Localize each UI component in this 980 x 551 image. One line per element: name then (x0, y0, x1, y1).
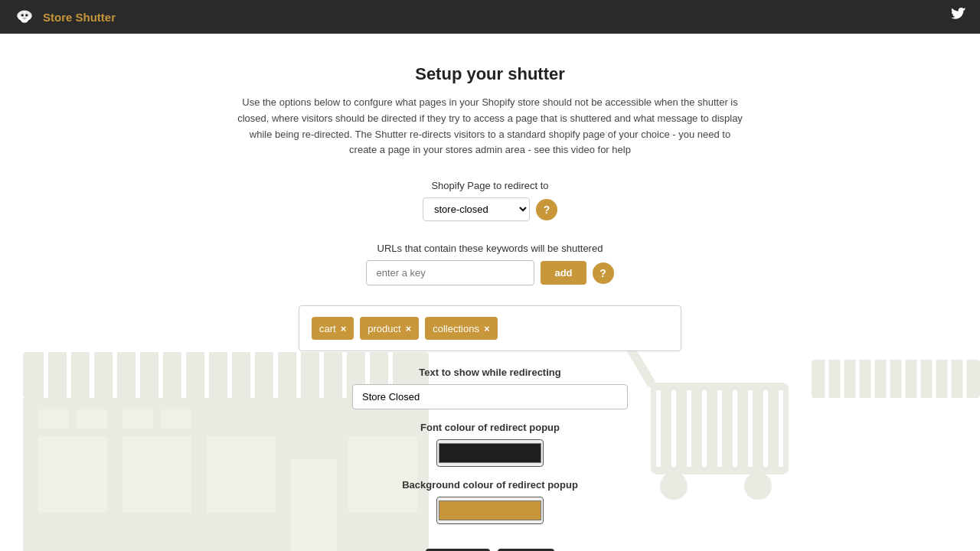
keywords-section: URLs that contain these keywords will be… (299, 243, 681, 293)
redirect-select[interactable]: store-closed home contact (423, 197, 530, 221)
bg-colour-label: Background colour of redirect popup (352, 479, 628, 491)
tag-product-remove[interactable]: × (406, 324, 412, 334)
tag-cart: cart × (312, 317, 354, 340)
redirect-row: store-closed home contact ? (423, 197, 557, 221)
tag-collections: collections × (425, 317, 497, 340)
redirect-text-field: Text to show while redirecting (352, 367, 628, 409)
svg-point-5 (25, 14, 28, 17)
redirect-text-input[interactable] (352, 384, 628, 409)
page-description: Use the options below to confgure what p… (237, 95, 743, 158)
tag-collections-label: collections (433, 323, 479, 334)
font-colour-label: Font colour of redirect popup (352, 422, 628, 433)
bg-colour-field: Background colour of redirect popup (352, 479, 628, 524)
header-left: Store Shutter (14, 6, 116, 28)
app-logo-icon (14, 6, 35, 28)
svg-point-6 (22, 18, 27, 20)
font-colour-field: Font colour of redirect popup (352, 422, 628, 467)
tag-product: product × (360, 317, 419, 340)
svg-point-4 (21, 14, 24, 17)
page-title: Setup your shutter (415, 64, 565, 84)
tags-container: cart × product × collections × (299, 305, 681, 351)
keyword-input[interactable] (366, 260, 534, 285)
main-content: Setup your shutter Use the options below… (0, 34, 980, 551)
add-keyword-button[interactable]: add (541, 261, 586, 285)
redirect-text-label: Text to show while redirecting (352, 367, 628, 378)
bg-colour-swatch[interactable] (436, 497, 544, 524)
tag-cart-remove[interactable]: × (341, 324, 347, 334)
redirect-help-button[interactable]: ? (536, 199, 557, 220)
keyword-help-button[interactable]: ? (593, 262, 614, 284)
keywords-label: URLs that contain these keywords will be… (299, 243, 681, 254)
tag-cart-label: cart (319, 323, 336, 334)
redirect-label: Shopify Page to redirect to (431, 180, 548, 191)
tag-collections-remove[interactable]: × (484, 324, 490, 334)
app-title: Store Shutter (43, 11, 116, 24)
keyword-input-row: add ? (299, 260, 681, 285)
tag-product-label: product (368, 323, 400, 334)
twitter-icon[interactable] (951, 8, 966, 26)
font-colour-swatch[interactable] (436, 439, 544, 467)
app-header: Store Shutter (0, 0, 980, 34)
